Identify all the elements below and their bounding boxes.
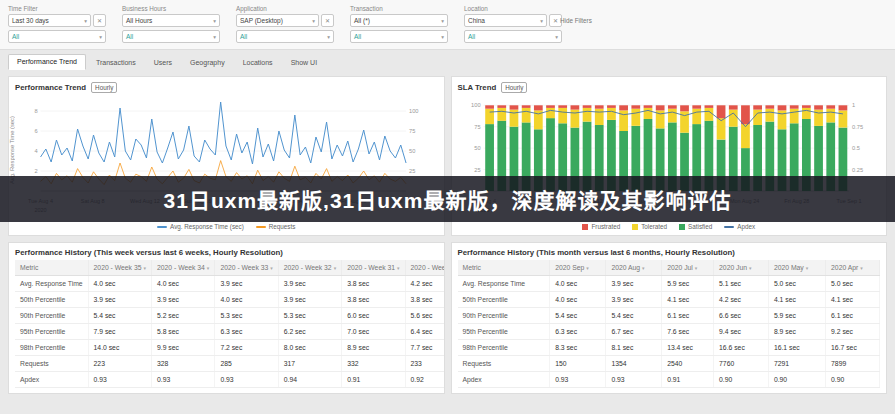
- table-row: 90th Percentile5.4 sec5.2 sec5.3 sec5.3 …: [15, 308, 445, 324]
- column-header-2020-may[interactable]: 2020 May▾: [768, 260, 825, 276]
- watermark-overlay: 31日uxm最新版,31日uxm最新版，深度解读及其影响评估: [0, 176, 895, 222]
- value-cell: 6.1 sec: [662, 308, 714, 324]
- metric-cell: Apdex: [15, 372, 88, 388]
- column-header-label: Metric: [463, 264, 482, 271]
- legend-item-tolerated[interactable]: Tolerated: [632, 223, 667, 230]
- column-header-2020-week-35[interactable]: 2020 - Week 35▾: [88, 260, 151, 276]
- metric-cell: 95th Percentile: [458, 324, 550, 340]
- legend-item-requests[interactable]: Requests: [256, 223, 296, 230]
- sort-caret-icon: ▾: [334, 265, 337, 271]
- filter-transaction: TransactionAll (*)▾All▾: [350, 5, 448, 43]
- value-cell: 7.7 sec: [405, 340, 444, 356]
- performance-resolution-badge[interactable]: Hourly: [91, 82, 117, 93]
- monthly-history-table: Metric2020 Sep▾2020 Aug▾2020 Jul▾2020 Ju…: [458, 260, 881, 388]
- value-cell: 4.1 sec: [768, 292, 825, 308]
- hide-filters-link[interactable]: Hide Filters: [560, 17, 592, 24]
- sla-resolution-badge[interactable]: Hourly: [501, 82, 527, 93]
- filter-select-transaction[interactable]: All (*)▾: [350, 14, 448, 27]
- filter-subselect-time-filter[interactable]: All▾: [8, 30, 106, 43]
- column-header-2020-jul[interactable]: 2020 Jul▾: [662, 260, 714, 276]
- filter-subselect-business-hours[interactable]: All▾: [122, 30, 220, 43]
- legend-item-frustrated[interactable]: Frustrated: [582, 223, 620, 230]
- filter-subselect-transaction[interactable]: All▾: [350, 30, 448, 43]
- table-header-row: Metric2020 - Week 35▾2020 - Week 34▾2020…: [15, 260, 445, 276]
- legend-item-avg-response-time-sec[interactable]: Avg. Response Time (sec): [157, 223, 244, 230]
- svg-text:1: 1: [852, 102, 855, 108]
- value-cell: 4.0 sec: [88, 276, 151, 292]
- filter-subselect-location[interactable]: All▾: [464, 30, 562, 43]
- value-cell: 233: [405, 356, 444, 372]
- column-header-2020-week-32[interactable]: 2020 - Week 32▾: [278, 260, 341, 276]
- column-header-2020-week-33[interactable]: 2020 - Week 33▾: [215, 260, 278, 276]
- filter-select-business-hours[interactable]: All Hours▾: [122, 14, 220, 27]
- svg-text:25: 25: [474, 167, 480, 173]
- column-header-label: 2020 Jul: [667, 264, 693, 271]
- sort-caret-icon: ▾: [397, 265, 400, 271]
- filter-select-time-filter[interactable]: Last 30 days▾: [8, 14, 91, 27]
- column-header-label: 2020 - Week 31: [347, 264, 395, 271]
- column-header-2020-week-31[interactable]: 2020 - Week 31▾: [342, 260, 405, 276]
- value-cell: 6.4 sec: [405, 324, 444, 340]
- value-cell: 7760: [714, 356, 769, 372]
- filter-select-location[interactable]: China▾: [464, 14, 547, 27]
- sort-caret-icon: ▾: [749, 265, 752, 271]
- value-cell: 0.93: [88, 372, 151, 388]
- svg-text:25: 25: [409, 168, 415, 174]
- filter-sub-value: All: [126, 33, 133, 40]
- svg-text:0.75: 0.75: [852, 124, 863, 130]
- value-cell: 0.92: [405, 372, 444, 388]
- tab-geography[interactable]: Geography: [182, 56, 233, 70]
- svg-text:0.5: 0.5: [852, 145, 860, 151]
- legend-swatch: [256, 226, 266, 228]
- metric-cell: 50th Percentile: [458, 292, 550, 308]
- table-row: 50th Percentile4.0 sec3.9 sec4.1 sec4.2 …: [458, 292, 880, 308]
- column-header-2020-jun[interactable]: 2020 Jun▾: [714, 260, 769, 276]
- tab-performance-trend[interactable]: Performance Trend: [8, 54, 86, 70]
- value-cell: 0.90: [714, 372, 769, 388]
- filter-label: Location: [464, 5, 562, 12]
- sort-caret-icon: ▾: [806, 265, 809, 271]
- column-header-metric[interactable]: Metric: [458, 260, 550, 276]
- filter-sub-value: All: [468, 33, 475, 40]
- legend-item-apdex[interactable]: Apdex: [724, 223, 755, 230]
- column-header-metric[interactable]: Metric: [15, 260, 88, 276]
- column-header-label: 2020 Sep: [555, 264, 584, 271]
- column-header-label: 2020 - Week 32: [284, 264, 332, 271]
- metric-cell: 90th Percentile: [458, 308, 550, 324]
- chevron-down-icon: ▾: [327, 34, 330, 40]
- svg-text:50: 50: [474, 145, 480, 151]
- svg-text:4: 4: [34, 148, 38, 154]
- value-cell: 6.0 sec: [342, 308, 405, 324]
- tab-locations[interactable]: Locations: [235, 56, 281, 70]
- filter-clear-button[interactable]: ✕: [321, 14, 334, 27]
- tab-transactions[interactable]: Transactions: [88, 56, 144, 70]
- metric-cell: 50th Percentile: [15, 292, 88, 308]
- filter-clear-button[interactable]: ✕: [93, 14, 106, 27]
- column-header-2020-aug[interactable]: 2020 Aug▾: [606, 260, 662, 276]
- value-cell: 16.7 sec: [826, 340, 880, 356]
- tab-show-ui[interactable]: Show UI: [283, 56, 325, 70]
- value-cell: 5.8 sec: [151, 324, 214, 340]
- metric-cell: Apdex: [458, 372, 550, 388]
- value-cell: 223: [88, 356, 151, 372]
- column-header-2020-apr[interactable]: 2020 Apr▾: [826, 260, 880, 276]
- value-cell: 0.90: [826, 372, 880, 388]
- chevron-down-icon: ▾: [441, 18, 444, 24]
- value-cell: 0.93: [606, 372, 662, 388]
- filter-fields: Time FilterLast 30 days▾✕All▾Business Ho…: [8, 5, 887, 43]
- value-cell: 150: [550, 356, 606, 372]
- value-cell: 3.9 sec: [278, 292, 341, 308]
- value-cell: 6.7 sec: [606, 324, 662, 340]
- performance-trend-title: Performance Trend: [15, 83, 86, 92]
- value-cell: 8.0 sec: [278, 340, 341, 356]
- svg-text:100: 100: [471, 102, 480, 108]
- column-header-2020-week-30[interactable]: 2020 - Week 30▾: [405, 260, 444, 276]
- svg-text:100: 100: [409, 108, 418, 114]
- tab-users[interactable]: Users: [146, 56, 180, 70]
- column-header-2020-sep[interactable]: 2020 Sep▾: [550, 260, 606, 276]
- filter-subselect-application[interactable]: All▾: [236, 30, 334, 43]
- column-header-2020-week-34[interactable]: 2020 - Week 34▾: [151, 260, 214, 276]
- sort-caret-icon: ▾: [642, 265, 645, 271]
- legend-item-satisfied[interactable]: Satisfied: [679, 223, 712, 230]
- filter-select-application[interactable]: SAP (Desktop)▾: [236, 14, 319, 27]
